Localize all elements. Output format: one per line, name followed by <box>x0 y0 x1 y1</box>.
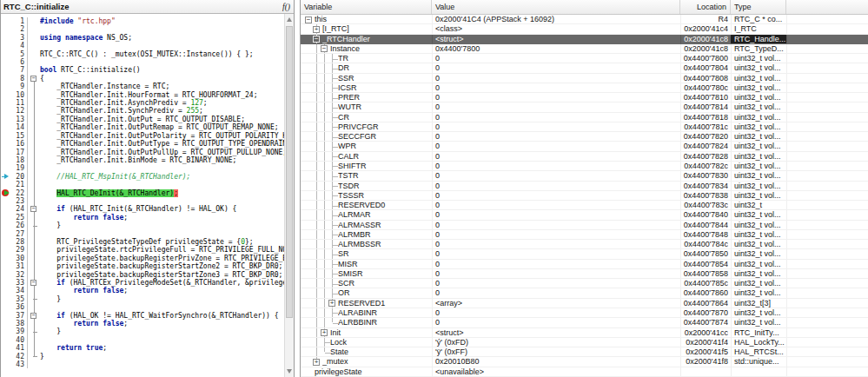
gutter-cell[interactable] <box>1 91 10 99</box>
gutter-cell[interactable] <box>1 140 10 148</box>
gutter-cell[interactable] <box>1 222 10 229</box>
variable-row-TR[interactable]: TR00x4400'7800uint32_t vol... <box>301 54 868 63</box>
line-number[interactable]: 14 <box>10 123 28 131</box>
line-number[interactable]: 1 <box>10 17 28 25</box>
line-number[interactable]: 13 <box>10 116 28 123</box>
line-number[interactable]: 20 <box>10 173 28 181</box>
variable-row-TSTR[interactable]: TSTR00x4400'7830uint32_t vol... <box>301 171 868 181</box>
gutter-cell[interactable] <box>1 344 10 352</box>
gutter-cell[interactable] <box>1 123 10 131</box>
variable-row-SHIFTR[interactable]: SHIFTR00x4400'782cuint32_t vol... <box>301 162 868 171</box>
gutter-cell[interactable] <box>1 132 10 140</box>
breakpoint-current-icon[interactable] <box>1 189 10 197</box>
variable-row-TSSSR[interactable]: TSSSR00x4400'7838uint32_t vol... <box>301 191 868 201</box>
flow-arrow-icon[interactable] <box>1 173 10 181</box>
variable-row-State[interactable]: State'ÿ' (0xFF)0x2000'41f5HAL_RTCSt... <box>301 347 868 357</box>
column-header-variable[interactable]: Variable <box>301 0 432 14</box>
line-number[interactable]: 17 <box>10 149 28 156</box>
gutter-cell[interactable] <box>1 279 10 287</box>
line-number[interactable]: 21 <box>10 181 28 188</box>
variable-row-Lock[interactable]: Lock'ý' (0xFD)0x2000'41f4HAL_LockTy... <box>301 338 868 347</box>
variable-row-[I_RTC][interactable]: +[I_RTC]<class>0x2000'41c4I_RTC <box>301 24 868 34</box>
collapse-icon[interactable]: − <box>313 36 320 43</box>
gutter-cell[interactable] <box>1 303 10 311</box>
column-header-location[interactable]: Location <box>680 0 731 14</box>
variable-row-ALRMAR[interactable]: ALRMAR00x4400'7840uint32_t vol... <box>301 210 868 220</box>
variable-row-SCR[interactable]: SCR00x4400'785cuint32_t vol... <box>301 279 868 288</box>
variable-row-ALRMBSSR[interactable]: ALRMBSSR00x4400'784cuint32_t vol... <box>301 240 868 249</box>
gutter-cell[interactable] <box>1 50 10 58</box>
line-number[interactable]: 16 <box>10 140 28 148</box>
variable-row-OR[interactable]: OR00x4400'7860uint32_t vol... <box>301 288 868 298</box>
variable-row-_RTCHandler[interactable]: −_RTCHandler<struct>0x2000'41c8RTC_Handl… <box>301 35 868 44</box>
scroll-down-icon[interactable] <box>287 369 292 374</box>
gutter-cell[interactable] <box>1 246 10 254</box>
variable-row-RESERVED1[interactable]: +RESERVED1<array>0x4400'7864uint32_t[3] <box>301 299 868 308</box>
line-number[interactable]: 6 <box>10 58 28 66</box>
line-number[interactable]: 10 <box>10 91 28 99</box>
gutter-cell[interactable] <box>1 230 10 238</box>
variable-row-SECCFGR[interactable]: SECCFGR00x4400'7820uint32_t vol... <box>301 132 868 142</box>
variable-row-_mutex[interactable]: +_mutex0x20010B800x2000'41f8std::unique.… <box>301 357 868 367</box>
column-header-type[interactable]: Type <box>731 0 786 14</box>
gutter-cell[interactable] <box>1 214 10 222</box>
collapse-icon[interactable]: − <box>305 17 312 23</box>
variable-row-RESERVED0[interactable]: RESERVED000x4400'783cuint32_t <box>301 201 868 210</box>
line-number[interactable]: 42 <box>10 353 28 360</box>
column-header-value[interactable]: Value <box>432 0 680 14</box>
line-number[interactable]: 30 <box>10 255 28 262</box>
variable-row-ICSR[interactable]: ICSR00x4400'780cuint32_t vol... <box>301 83 868 93</box>
line-number[interactable]: 41 <box>10 344 28 352</box>
fold-margin[interactable]: − <box>28 205 40 213</box>
fold-collapse-icon[interactable]: − <box>30 280 36 286</box>
variable-row-Instance[interactable]: −Instance0x4400'78000x2000'41c8RTC_TypeD… <box>301 44 868 54</box>
line-number[interactable]: 26 <box>10 222 28 229</box>
gutter-cell[interactable] <box>1 271 10 279</box>
fold-margin[interactable]: − <box>28 312 40 320</box>
fold-margin[interactable] <box>28 34 40 42</box>
line-number[interactable]: 12 <box>10 107 28 115</box>
line-number[interactable]: 8 <box>10 75 28 83</box>
collapse-icon[interactable]: − <box>321 45 328 52</box>
line-number[interactable]: 31 <box>10 262 28 270</box>
line-number[interactable]: 28 <box>10 238 28 246</box>
gutter-cell[interactable] <box>1 149 10 156</box>
gutter-cell[interactable] <box>1 164 10 172</box>
fold-collapse-icon[interactable]: − <box>30 76 36 82</box>
line-number[interactable]: 2 <box>10 25 28 33</box>
line-number[interactable]: 7 <box>10 66 28 74</box>
line-number[interactable]: 4 <box>10 42 28 50</box>
line-number[interactable]: 38 <box>10 320 28 327</box>
gutter-cell[interactable] <box>1 66 10 74</box>
gutter-cell[interactable] <box>1 99 10 107</box>
variable-row-CR[interactable]: CR00x4400'7818uint32_t vol... <box>301 113 868 122</box>
line-number[interactable]: 29 <box>10 246 28 254</box>
line-number[interactable]: 35 <box>10 295 28 303</box>
fold-margin[interactable] <box>28 66 40 74</box>
line-number[interactable]: 32 <box>10 271 28 279</box>
gutter-cell[interactable] <box>1 327 10 335</box>
line-number[interactable]: 5 <box>10 50 28 58</box>
gutter-cell[interactable] <box>1 25 10 33</box>
fold-margin[interactable]: − <box>28 75 40 83</box>
variable-row-ALRABINR[interactable]: ALRABINR00x4400'7870uint32_t vol... <box>301 308 868 318</box>
scrollbar-thumb[interactable] <box>286 26 293 318</box>
variable-row-ALRMBR[interactable]: ALRMBR00x4400'7848uint32_t vol... <box>301 230 868 240</box>
variable-row-Init[interactable]: +Init<struct>0x2000'41ccRTC_InitTy... <box>301 328 868 338</box>
line-number[interactable]: 27 <box>10 230 28 238</box>
line-number[interactable]: 22 <box>10 189 28 197</box>
line-number[interactable]: 34 <box>10 287 28 294</box>
gutter-cell[interactable] <box>1 238 10 246</box>
variable-row-SR[interactable]: SR00x4400'7850uint32_t vol... <box>301 249 868 259</box>
gutter-cell[interactable] <box>1 353 10 360</box>
gutter-cell[interactable] <box>1 336 10 344</box>
gutter-cell[interactable] <box>1 107 10 115</box>
expand-icon[interactable]: + <box>321 329 328 336</box>
scroll-up-icon[interactable] <box>287 17 292 22</box>
line-number[interactable]: 3 <box>10 34 28 42</box>
gutter-cell[interactable] <box>1 116 10 123</box>
line-number[interactable]: 39 <box>10 327 28 335</box>
fold-margin[interactable] <box>28 58 40 66</box>
variable-row-SSR[interactable]: SSR00x4400'7808uint32_t vol... <box>301 74 868 83</box>
expand-icon[interactable]: + <box>313 26 320 33</box>
